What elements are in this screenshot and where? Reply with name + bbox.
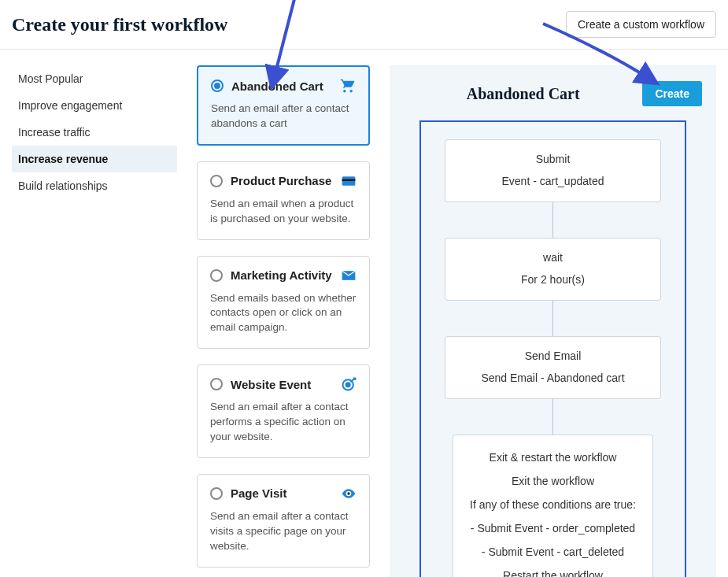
create-button[interactable]: Create <box>642 81 702 106</box>
template-card-page-visit[interactable]: Page Visit Send an email after a contact… <box>197 474 370 568</box>
category-sidebar: Most Popular Improve engagement Increase… <box>12 65 177 577</box>
node-sub: Event - cart_updated <box>453 175 652 187</box>
template-desc: Send an email after a contact performs a… <box>210 400 357 445</box>
workflow-preview-panel: Abandoned Cart Create Submit Event - car… <box>390 65 716 577</box>
preview-title: Abandoned Cart <box>404 85 642 103</box>
template-card-website-event[interactable]: Website Event Send an email after a cont… <box>197 364 370 458</box>
page-title: Create your first workflow <box>12 14 227 35</box>
svg-rect-1 <box>342 179 356 181</box>
template-list: Abandoned Cart Send an email after a con… <box>197 65 370 577</box>
sidebar-item-most-popular[interactable]: Most Popular <box>12 65 177 92</box>
flow-node-exit: Exit & restart the workflow Exit the wor… <box>453 435 653 577</box>
target-icon <box>341 376 357 392</box>
radio-icon <box>210 487 223 500</box>
flow-node-wait: wait For 2 hour(s) <box>445 238 661 301</box>
radio-icon <box>210 175 223 187</box>
node-sub: For 2 hour(s) <box>453 273 652 286</box>
template-card-product-purchase[interactable]: Product Purchase Send an email when a pr… <box>197 161 370 240</box>
workflow-diagram: Submit Event - cart_updated wait For 2 h… <box>419 120 686 577</box>
template-card-marketing-activity[interactable]: Marketing Activity Send emails based on … <box>197 256 370 350</box>
cart-icon <box>340 78 356 94</box>
create-custom-workflow-button[interactable]: Create a custom workflow <box>566 11 716 38</box>
exit-condition: - Submit Event - order_completed <box>463 522 643 534</box>
template-title: Abandoned Cart <box>231 80 332 93</box>
flow-node-send-email: Send Email Send Email - Abandoned cart <box>445 336 661 399</box>
credit-card-icon <box>341 173 357 189</box>
node-label: Submit <box>453 153 652 165</box>
sidebar-item-increase-traffic[interactable]: Increase traffic <box>12 119 177 146</box>
template-desc: Send an email after a contact visits a s… <box>210 509 357 554</box>
template-title: Marketing Activity <box>231 268 333 282</box>
exit-label: Exit the workflow <box>463 475 643 487</box>
template-title: Product Purchase <box>231 174 333 187</box>
flow-node-submit: Submit Event - cart_updated <box>445 139 661 202</box>
template-desc: Send an email when a product is purchase… <box>210 197 357 227</box>
eye-icon <box>341 486 357 501</box>
svg-point-4 <box>347 492 349 494</box>
radio-icon <box>210 269 223 282</box>
radio-icon <box>210 378 223 390</box>
sidebar-item-build-relationships[interactable]: Build relationships <box>12 172 177 199</box>
template-desc: Send an email after a contact abandons a… <box>211 102 356 131</box>
svg-point-3 <box>346 383 350 387</box>
exit-condition-intro: If any of these conditions are true: <box>463 498 643 511</box>
exit-condition: - Submit Event - cart_deleted <box>463 546 643 558</box>
template-title: Website Event <box>231 378 333 391</box>
node-label: wait <box>453 251 652 264</box>
node-sub: Send Email - Abandoned cart <box>453 372 652 384</box>
sidebar-item-improve-engagement[interactable]: Improve engagement <box>12 92 177 119</box>
template-desc: Send emails based on whether contacts op… <box>210 291 357 336</box>
flow-connector <box>552 399 553 435</box>
exit-restart-label: Restart the workflow <box>463 569 643 577</box>
flow-connector <box>552 202 553 238</box>
template-title: Page Visit <box>231 486 333 500</box>
exit-heading: Exit & restart the workflow <box>463 451 643 464</box>
node-label: Send Email <box>453 350 652 362</box>
sidebar-item-increase-revenue[interactable]: Increase revenue <box>12 146 177 172</box>
radio-selected-icon <box>211 80 224 92</box>
page-header: Create your first workflow Create a cust… <box>0 0 728 50</box>
template-card-abandoned-cart[interactable]: Abandoned Cart Send an email after a con… <box>197 65 370 146</box>
flow-connector <box>552 301 553 336</box>
envelope-icon <box>341 268 357 283</box>
